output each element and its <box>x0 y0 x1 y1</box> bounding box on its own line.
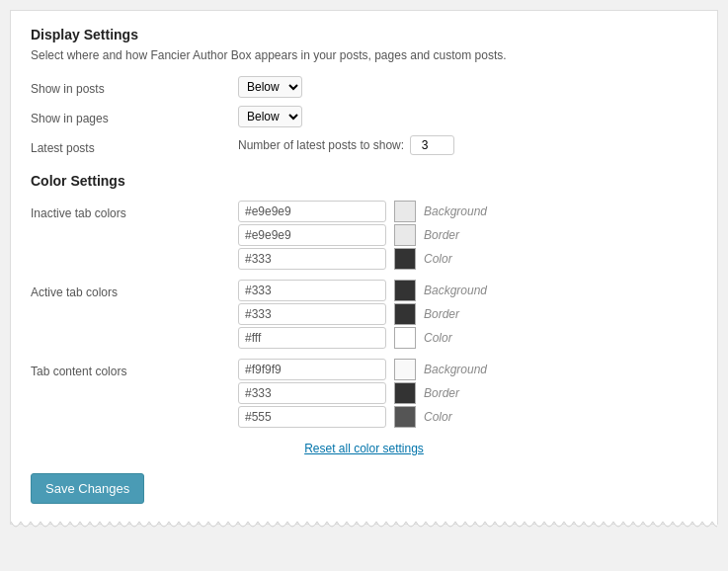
content-border-label: Border <box>424 386 493 400</box>
display-settings-title: Display Settings <box>31 27 697 42</box>
inactive-tab-label: Inactive tab colors <box>31 201 189 220</box>
inactive-color-swatch[interactable] <box>394 248 416 270</box>
inactive-tab-control: Background Border Color <box>189 201 697 272</box>
active-tab-control: Background Border Color <box>189 280 697 351</box>
inactive-bg-input[interactable] <box>238 201 386 222</box>
latest-posts-label: Latest posts <box>31 135 189 155</box>
content-color-swatch[interactable] <box>394 406 416 428</box>
show-in-posts-row: Show in posts Above Below Both None <box>31 76 697 98</box>
tab-content-control: Background Border Color <box>189 359 697 430</box>
active-color-input[interactable] <box>238 327 386 349</box>
reset-color-link[interactable]: Reset all color settings <box>31 442 697 455</box>
footer: Save Changes <box>31 459 697 504</box>
content-bg-swatch[interactable] <box>394 359 416 380</box>
active-border-label: Border <box>424 307 493 321</box>
content-border-swatch[interactable] <box>394 382 416 404</box>
active-color-row: Color <box>238 327 697 349</box>
show-in-pages-label: Show in pages <box>31 106 189 125</box>
inactive-border-row: Border <box>238 224 697 246</box>
number-input-wrap: Number of latest posts to show: <box>238 135 697 155</box>
inactive-color-label: Color <box>424 252 493 266</box>
show-in-posts-select[interactable]: Above Below Both None <box>238 76 302 98</box>
show-in-posts-control: Above Below Both None <box>189 76 697 98</box>
active-border-swatch[interactable] <box>394 303 416 325</box>
latest-posts-control: Number of latest posts to show: <box>189 135 697 155</box>
inactive-tab-colors-row: Inactive tab colors Background Border Co… <box>31 201 697 272</box>
content-color-row: Color <box>238 406 697 428</box>
number-label: Number of latest posts to show: <box>238 138 404 152</box>
content-bg-input[interactable] <box>238 359 386 380</box>
active-border-row: Border <box>238 303 697 325</box>
inactive-bg-swatch[interactable] <box>394 201 416 222</box>
show-in-pages-row: Show in pages Above Below Both None <box>31 106 697 127</box>
inactive-border-input[interactable] <box>238 224 386 246</box>
active-tab-label: Active tab colors <box>31 280 189 299</box>
active-bg-label: Background <box>424 284 493 297</box>
active-border-input[interactable] <box>238 303 386 325</box>
inactive-border-label: Border <box>424 228 493 242</box>
show-in-posts-label: Show in posts <box>31 76 189 96</box>
inactive-border-swatch[interactable] <box>394 224 416 246</box>
inactive-color-row: Color <box>238 248 697 270</box>
active-bg-swatch[interactable] <box>394 280 416 301</box>
settings-page: Display Settings Select where and how Fa… <box>10 10 718 525</box>
color-settings-title: Color Settings <box>31 173 697 189</box>
inactive-color-input[interactable] <box>238 248 386 270</box>
tab-content-colors-row: Tab content colors Background Border Col… <box>31 359 697 430</box>
latest-posts-row: Latest posts Number of latest posts to s… <box>31 135 697 155</box>
content-color-label: Color <box>424 410 493 424</box>
tab-content-label: Tab content colors <box>31 359 189 378</box>
show-in-pages-control: Above Below Both None <box>189 106 697 127</box>
active-bg-row: Background <box>238 280 697 301</box>
inactive-bg-label: Background <box>424 204 493 218</box>
content-border-row: Border <box>238 382 697 404</box>
inactive-bg-row: Background <box>238 201 697 222</box>
content-bg-row: Background <box>238 359 697 380</box>
content-bg-label: Background <box>424 363 493 376</box>
active-tab-colors-row: Active tab colors Background Border Colo… <box>31 280 697 351</box>
content-border-input[interactable] <box>238 382 386 404</box>
active-color-swatch[interactable] <box>394 327 416 349</box>
content-color-input[interactable] <box>238 406 386 428</box>
latest-posts-input[interactable] <box>410 135 454 155</box>
active-color-label: Color <box>424 331 493 345</box>
show-in-pages-select[interactable]: Above Below Both None <box>238 106 302 127</box>
display-settings-description: Select where and how Fancier Author Box … <box>31 48 697 62</box>
active-bg-input[interactable] <box>238 280 386 301</box>
save-button[interactable]: Save Changes <box>31 473 144 504</box>
